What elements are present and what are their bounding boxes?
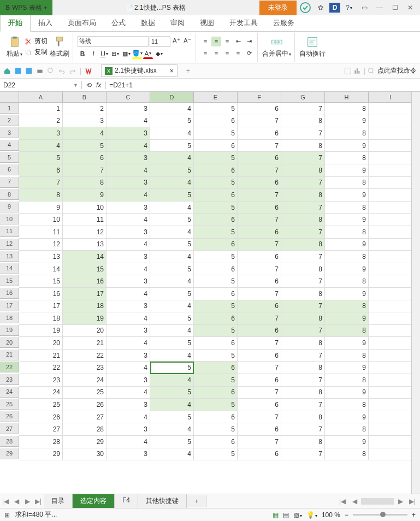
cell[interactable]: 5 (150, 387, 194, 399)
font-color-button[interactable]: A▾ (143, 49, 153, 59)
cell[interactable]: 16 (63, 275, 107, 288)
login-button[interactable]: 未登录 (259, 1, 297, 15)
cell[interactable]: 8 (325, 448, 369, 461)
menu-tab-1[interactable]: 插入 (31, 15, 60, 31)
cell[interactable]: 9 (325, 411, 369, 424)
cell[interactable]: 25 (19, 399, 63, 411)
sheet-tab[interactable]: 目录 (44, 494, 73, 508)
cell[interactable]: 3 (107, 275, 150, 288)
row-header[interactable]: 20 (0, 337, 19, 348)
minimize-button[interactable]: — (373, 1, 386, 14)
fill-merge-icon[interactable]: ▦▾ (121, 49, 131, 59)
cell[interactable]: 6 (238, 251, 281, 263)
chart-icon[interactable] (354, 67, 362, 75)
cell[interactable]: 5 (150, 362, 194, 374)
cell[interactable]: 14 (19, 263, 63, 276)
cell[interactable]: 4 (150, 399, 194, 411)
cell[interactable]: 24 (19, 387, 63, 399)
cell[interactable]: 8 (325, 399, 369, 411)
cell[interactable]: 6 (238, 127, 281, 140)
cell[interactable]: 29 (19, 448, 63, 461)
cell[interactable] (369, 127, 412, 140)
cell[interactable]: 3 (107, 226, 150, 239)
cell[interactable] (369, 337, 412, 350)
cell[interactable]: 12 (19, 239, 63, 251)
cell[interactable]: 5 (194, 399, 238, 411)
cell[interactable]: 2 (19, 115, 63, 128)
cell[interactable]: 13 (19, 251, 63, 263)
cell[interactable]: 4 (150, 325, 194, 338)
cell[interactable]: 7 (281, 423, 325, 436)
cell[interactable]: 29 (63, 436, 107, 448)
cell[interactable]: 14 (63, 251, 107, 263)
cell[interactable]: 6 (194, 115, 238, 128)
cell[interactable]: 6 (19, 164, 63, 177)
cell[interactable]: 7 (281, 202, 325, 214)
indent-left-button[interactable]: ⇤ (233, 37, 243, 46)
cell[interactable]: 7 (281, 325, 325, 338)
cell[interactable]: 7 (19, 177, 63, 190)
cell[interactable]: 7 (238, 387, 281, 399)
cell[interactable]: 19 (63, 312, 107, 325)
wrap-text-button[interactable]: 自动换行 (299, 36, 326, 58)
cell[interactable]: 3 (107, 127, 150, 140)
cell[interactable]: 23 (63, 362, 107, 374)
cell[interactable]: 8 (281, 312, 325, 325)
cell[interactable]: 4 (107, 164, 150, 177)
col-header[interactable]: D (150, 92, 194, 103)
settings-icon[interactable]: ✿ (314, 1, 327, 14)
merge-center-button[interactable]: 合并居中▾ (262, 36, 291, 58)
cell[interactable]: 20 (63, 325, 107, 338)
cell[interactable]: 3 (107, 251, 150, 263)
cell[interactable]: 21 (63, 337, 107, 350)
cell[interactable]: 16 (19, 288, 63, 300)
hscroll-first[interactable]: |◀ (337, 496, 348, 507)
cell[interactable]: 4 (150, 127, 194, 140)
cell[interactable]: 4 (107, 115, 150, 128)
cell[interactable]: 7 (238, 115, 281, 128)
cell[interactable]: 3 (107, 300, 150, 313)
next-sheet-button[interactable]: ▶ (22, 496, 33, 507)
cell[interactable]: 2 (63, 103, 107, 115)
search-command-input[interactable]: 点此查找命令 (377, 66, 417, 75)
cell[interactable]: 5 (150, 164, 194, 177)
cell[interactable]: 4 (150, 202, 194, 214)
cell[interactable]: 12 (63, 226, 107, 239)
add-sheet-button[interactable]: + (187, 495, 206, 507)
cell[interactable]: 7 (238, 164, 281, 177)
view-normal-icon[interactable]: ▦ (273, 511, 279, 519)
cell[interactable] (369, 152, 412, 164)
col-header[interactable]: I (369, 92, 412, 103)
underline-button[interactable]: U▾ (99, 49, 109, 59)
cell[interactable] (369, 411, 412, 424)
save-as-icon[interactable] (25, 67, 33, 75)
cell[interactable]: 7 (281, 399, 325, 411)
italic-button[interactable]: I (88, 49, 98, 59)
cell[interactable] (369, 226, 412, 239)
cell[interactable]: 5 (19, 152, 63, 164)
cell[interactable] (369, 288, 412, 300)
cell[interactable]: 6 (238, 325, 281, 338)
cell[interactable]: 6 (194, 362, 238, 374)
cell[interactable]: 9 (325, 214, 369, 226)
cell[interactable] (369, 362, 412, 374)
cell[interactable]: 7 (281, 226, 325, 239)
cell[interactable]: 15 (63, 263, 107, 276)
cell[interactable]: 4 (150, 448, 194, 461)
col-header[interactable]: E (194, 92, 238, 103)
cell[interactable]: 8 (325, 251, 369, 263)
row-header[interactable]: 22 (0, 362, 19, 372)
cell[interactable]: 4 (150, 177, 194, 190)
cell[interactable]: 3 (107, 103, 150, 115)
cell[interactable]: 7 (238, 436, 281, 448)
cell[interactable]: 4 (63, 127, 107, 140)
undo-icon[interactable] (58, 67, 66, 75)
cell[interactable]: 9 (325, 387, 369, 399)
cut-button[interactable]: 剪切 (25, 36, 48, 46)
menu-tab-0[interactable]: 开始 (0, 14, 31, 32)
font-name-select[interactable] (78, 36, 149, 47)
cell[interactable]: 9 (325, 288, 369, 300)
fx-button[interactable]: fx (96, 81, 101, 89)
cell[interactable]: 4 (107, 263, 150, 276)
close-button[interactable]: ✕ (404, 1, 417, 14)
